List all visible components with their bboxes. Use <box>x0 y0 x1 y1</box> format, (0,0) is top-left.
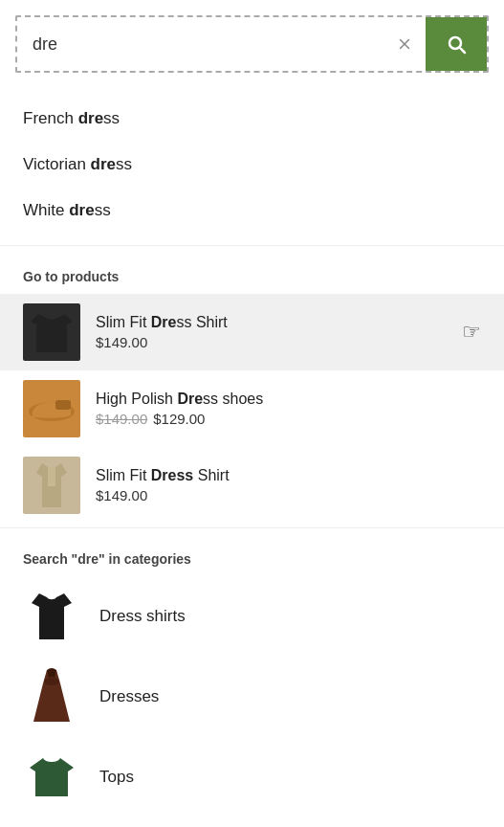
category-image-dress-shirts <box>23 588 80 645</box>
product-high-polish-dress-shoes[interactable]: High Polish Dress shoes $149.00$129.00 <box>0 370 504 447</box>
category-dresses[interactable]: Dresses <box>0 657 504 737</box>
product-slim-fit-dress-shirt-2[interactable]: Slim Fit Dress Shirt $149.00 <box>0 447 504 524</box>
category-name-dresses: Dresses <box>99 687 159 706</box>
suggestion-french-dress[interactable]: French dress <box>0 96 504 142</box>
category-tops[interactable]: Tops <box>0 737 504 817</box>
product-info-1: Slim Fit Dress Shirt $149.00 <box>96 314 439 350</box>
divider-1 <box>0 245 504 246</box>
dress-shirts-icon <box>28 590 76 643</box>
category-image-tops <box>23 749 80 806</box>
categories-section-header: Search "dre" in categories <box>0 532 504 576</box>
product-info-2: High Polish Dress shoes $149.00$129.00 <box>96 391 481 427</box>
search-bar <box>15 15 489 73</box>
shoe-icon <box>27 392 77 425</box>
product-name-3: Slim Fit Dress Shirt <box>96 467 481 484</box>
product-image-3 <box>23 457 80 514</box>
product-price-2: $149.00$129.00 <box>96 411 481 427</box>
product-slim-fit-dress-shirt-1[interactable]: Slim Fit Dress Shirt $149.00 ☞ <box>0 294 504 370</box>
product-image-2 <box>23 380 80 437</box>
category-image-dresses <box>23 668 80 726</box>
products-section-header: Go to products <box>0 250 504 294</box>
product-price-1: $149.00 <box>96 334 439 350</box>
coat-icon <box>33 459 71 511</box>
search-input[interactable] <box>17 21 383 68</box>
product-name-1: Slim Fit Dress Shirt <box>96 314 439 331</box>
price-original-2: $149.00 <box>96 411 147 427</box>
cursor-icon: ☞ <box>462 320 481 345</box>
svg-point-5 <box>44 678 59 685</box>
tops-icon <box>26 754 77 800</box>
category-name-dress-shirts: Dress shirts <box>99 607 186 626</box>
suggestion-white-dress[interactable]: White dress <box>0 188 504 234</box>
suggestion-victorian-dress[interactable]: Victorian dress <box>0 142 504 188</box>
clear-button[interactable] <box>383 19 426 69</box>
divider-2 <box>0 527 504 528</box>
svg-rect-4 <box>48 467 55 486</box>
shirt-icon <box>31 308 73 356</box>
product-image-1 <box>23 303 80 361</box>
suggestions-list: French dress Victorian dress White dress <box>0 88 504 241</box>
svg-rect-3 <box>55 400 71 410</box>
dresses-icon <box>30 668 74 726</box>
search-button[interactable] <box>426 17 487 71</box>
category-dress-shirts[interactable]: Dress shirts <box>0 576 504 657</box>
product-name-2: High Polish Dress shoes <box>96 391 481 408</box>
product-price-3: $149.00 <box>96 487 481 503</box>
category-name-tops: Tops <box>99 768 134 787</box>
product-info-3: Slim Fit Dress Shirt $149.00 <box>96 467 481 503</box>
